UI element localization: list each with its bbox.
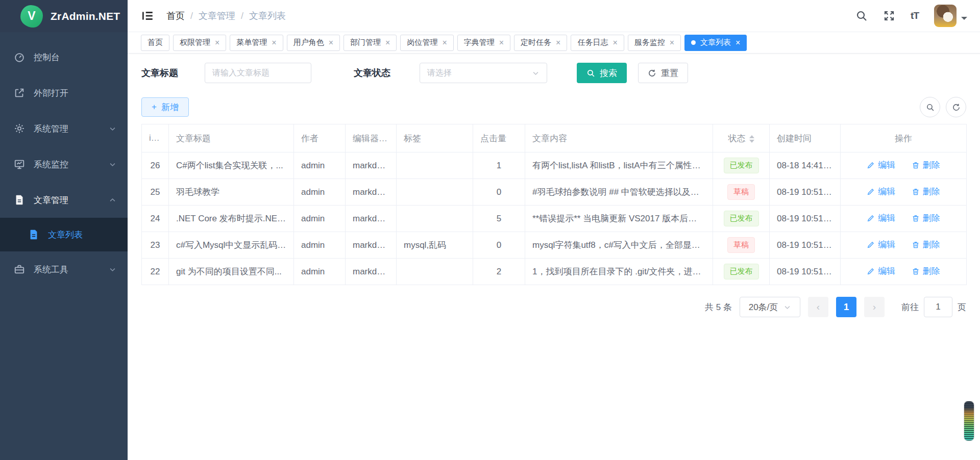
delete-button[interactable]: 删除 (912, 265, 940, 277)
app-logo[interactable]: V ZrAdmin.NET (0, 0, 128, 32)
tab-menu-manage[interactable]: 菜单管理× (230, 35, 283, 51)
tab-user-role[interactable]: 用户角色× (287, 35, 340, 51)
tab-dept-manage[interactable]: 部门管理× (344, 35, 397, 51)
cell-tags (397, 206, 473, 232)
delete-button[interactable]: 删除 (912, 186, 940, 197)
document-icon (28, 229, 39, 240)
edit-button[interactable]: 编辑 (867, 186, 895, 197)
reset-button[interactable]: 重置 (638, 63, 688, 83)
tab-service-monitor[interactable]: 服务监控× (628, 35, 681, 51)
tab-label: 岗位管理 (407, 38, 437, 47)
page-size-select[interactable]: 20条/页 (740, 297, 800, 317)
column-header-actions: 操作 (841, 124, 967, 152)
edit-button[interactable]: 编辑 (867, 239, 895, 250)
sidebar-item-external[interactable]: 外部打开 (0, 75, 128, 111)
tab-label: 服务监控 (634, 38, 665, 47)
sidebar-item-system-manage[interactable]: 系统管理 (0, 111, 128, 146)
close-icon[interactable]: × (272, 39, 276, 47)
tab-label: 字典管理 (464, 38, 495, 47)
sort-icon[interactable] (159, 135, 164, 142)
column-header-status[interactable]: 状态 (713, 124, 770, 152)
breadcrumb-separator: / (241, 11, 243, 21)
close-icon[interactable]: × (385, 39, 390, 47)
close-icon[interactable]: × (442, 39, 447, 47)
column-header-editor: 编辑器类型 (346, 124, 397, 152)
select-placeholder: 请选择 (427, 68, 532, 79)
cell-hits: 0 (473, 232, 525, 259)
edit-button[interactable]: 编辑 (867, 265, 895, 277)
font-size-icon[interactable]: tT (911, 10, 919, 21)
tab-dict-manage[interactable]: 字典管理× (457, 35, 510, 51)
article-title-input[interactable] (205, 63, 311, 83)
sidebar-item-article-manage[interactable]: 文章管理 (0, 182, 128, 218)
tab-task-log[interactable]: 任务日志× (571, 35, 624, 51)
breadcrumb-home[interactable]: 首页 (166, 10, 185, 22)
tab-article-list[interactable]: 文章列表× (684, 35, 747, 51)
sidebar-item-article-list[interactable]: 文章列表 (0, 218, 128, 251)
cell-status: 已发布 (713, 206, 770, 232)
prev-page-button[interactable]: ‹ (808, 297, 828, 317)
cell-tags (397, 152, 473, 179)
column-header-id[interactable]: id (142, 124, 169, 152)
sidebar-item-system-tools[interactable]: 系统工具 (0, 251, 128, 287)
cell-title: C#两个list集合实现关联，... (169, 152, 294, 179)
scrollbar-widget[interactable] (964, 401, 974, 441)
tab-permission[interactable]: 权限管理× (173, 35, 226, 51)
chevron-up-icon (109, 196, 116, 204)
cell-author: admin (294, 206, 346, 232)
search-icon[interactable] (855, 10, 868, 22)
breadcrumb-article-list[interactable]: 文章列表 (249, 10, 286, 22)
article-table: id 文章标题 作者 编辑器类型 标签 点击量 文章内容 状态 创建时间 操作 (141, 124, 967, 285)
dashboard-icon (14, 52, 25, 63)
cell-created: 08-19 10:51:25 (770, 232, 841, 259)
sort-icon[interactable] (749, 135, 754, 143)
close-icon[interactable]: × (329, 39, 333, 47)
close-icon[interactable]: × (612, 39, 617, 47)
goto-page-input[interactable] (924, 297, 952, 317)
breadcrumb-article-manage[interactable]: 文章管理 (199, 10, 235, 22)
delete-button[interactable]: 删除 (912, 159, 940, 171)
breadcrumb-separator: / (190, 11, 193, 21)
article-status-select[interactable]: 请选择 (420, 63, 547, 83)
delete-button[interactable]: 删除 (912, 239, 940, 250)
toolbar-right (920, 97, 966, 117)
tab-cron-task[interactable]: 定时任务× (514, 35, 567, 51)
user-menu[interactable] (934, 5, 967, 27)
next-page-button[interactable]: › (864, 297, 885, 317)
refresh-table-button[interactable] (946, 97, 966, 117)
cell-editor: markdown (346, 179, 397, 206)
page-number-button[interactable]: 1 (836, 297, 856, 317)
sidebar-item-system-monitor[interactable]: 系统监控 (0, 146, 128, 182)
cell-id: 25 (142, 179, 169, 206)
tab-post-manage[interactable]: 岗位管理× (400, 35, 453, 51)
cell-hits: 5 (473, 206, 525, 232)
cell-editor: markdown (346, 206, 397, 232)
close-icon[interactable]: × (670, 39, 674, 47)
edit-button[interactable]: 编辑 (867, 159, 895, 171)
cell-title: c#写入Mysql中文显示乱码 ... (169, 232, 294, 259)
avatar[interactable] (934, 5, 957, 27)
close-icon[interactable]: × (736, 39, 740, 47)
edit-button[interactable]: 编辑 (867, 212, 895, 224)
table-row: 26 C#两个list集合实现关联，... admin markdown 1 有… (142, 152, 967, 179)
logo-icon: V (20, 5, 43, 28)
fullscreen-icon[interactable] (883, 10, 895, 22)
sidebar-item-dashboard[interactable]: 控制台 (0, 39, 128, 75)
toolbox-icon (14, 264, 25, 275)
tab-home[interactable]: 首页 (141, 35, 169, 51)
cell-tags (397, 259, 473, 285)
monitor-icon (14, 159, 25, 170)
close-icon[interactable]: × (556, 39, 560, 47)
delete-button[interactable]: 删除 (912, 212, 940, 224)
toggle-search-button[interactable] (920, 97, 940, 117)
column-header-created: 创建时间 (770, 124, 841, 152)
close-icon[interactable]: × (215, 39, 219, 47)
goto-page: 前往 页 (901, 297, 966, 317)
collapse-sidebar-icon[interactable] (141, 9, 154, 22)
close-icon[interactable]: × (499, 39, 504, 47)
search-button[interactable]: 搜索 (577, 63, 627, 83)
status-badge: 草稿 (727, 184, 755, 200)
add-button[interactable]: + 新增 (141, 97, 189, 117)
trash-icon (912, 188, 920, 196)
pencil-icon (867, 241, 875, 249)
